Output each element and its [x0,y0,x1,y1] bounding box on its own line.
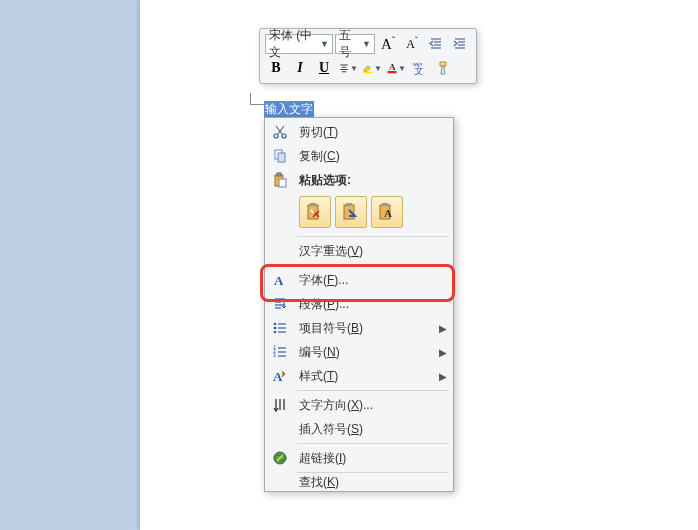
menu-hyperlink-label: 超链接 [299,450,335,467]
menu-text-direction-label: 文字方向 [299,397,347,414]
shrink-font-icon: Aˇ [406,36,417,52]
phonetic-guide-icon: wén文 [412,60,428,76]
font-size-select[interactable]: 五号 ▼ [335,34,375,54]
menu-lookup[interactable]: 查找(K) [267,475,451,489]
menu-font-label: 字体 [299,272,323,289]
bold-icon: B [271,60,280,76]
cut-icon [272,124,288,140]
separator [297,443,449,444]
paragraph-icon [272,296,288,312]
underline-icon: U [319,60,329,76]
context-menu: 剪切(T) 复制(C) 粘贴选项: A 汉字重选(V) A 字体(F)... 段… [264,117,454,492]
separator [297,390,449,391]
paste-merge-button[interactable] [335,196,367,228]
menu-copy[interactable]: 复制(C) [267,144,451,168]
svg-text:A: A [273,369,283,384]
copy-icon [272,148,288,164]
decrease-indent-icon [428,36,444,52]
hyperlink-icon [272,450,288,466]
italic-icon: I [297,60,302,76]
selected-text[interactable]: 输入文字 [264,101,314,117]
menu-paste-options-label: 粘贴选项: [299,172,351,189]
highlight-button[interactable]: ▼ [361,57,383,79]
menu-styles[interactable]: A 样式(T) ▶ [267,364,451,388]
highlight-icon [362,60,374,76]
chevron-down-icon: ▼ [398,64,406,73]
grow-font-icon: Aˆ [381,35,395,53]
phonetic-guide-button[interactable]: wén文 [409,57,431,79]
menu-insert-symbol[interactable]: 插入符号(S) [267,417,451,441]
svg-rect-25 [279,179,286,187]
italic-button[interactable]: I [289,57,311,79]
submenu-arrow-icon: ▶ [435,371,451,382]
bold-button[interactable]: B [265,57,287,79]
svg-point-39 [274,327,277,330]
svg-text:A: A [384,207,392,219]
menu-cut[interactable]: 剪切(T) [267,120,451,144]
font-color-icon: A [386,60,398,76]
separator [297,236,449,237]
chevron-down-icon: ▼ [320,39,329,49]
font-name-value: 宋体 (中文 [269,27,318,61]
svg-rect-29 [346,203,352,206]
styles-icon: A [272,368,288,384]
chevron-down-icon: ▼ [374,64,382,73]
menu-font[interactable]: A 字体(F)... [267,268,451,292]
menu-cut-label: 剪切 [299,124,323,141]
paste-options-row: A [267,192,451,234]
svg-point-40 [274,331,277,334]
paste-text-only-button[interactable]: A [371,196,403,228]
svg-rect-27 [310,203,316,206]
menu-styles-label: 样式 [299,368,323,385]
underline-button[interactable]: U [313,57,335,79]
menu-reconvert[interactable]: 汉字重选(V) [267,239,451,263]
decrease-indent-button[interactable] [425,33,447,55]
menu-insert-symbol-label: 插入符号 [299,421,347,438]
grow-font-button[interactable]: Aˆ [377,33,399,55]
font-color-button[interactable]: A ▼ [385,57,407,79]
menu-bullets[interactable]: 项目符号(B) ▶ [267,316,451,340]
paste-icon [272,172,288,188]
mini-toolbar: 宋体 (中文 ▼ 五号 ▼ Aˆ Aˇ B I U ▼ ▼ [259,28,477,84]
paste-merge-icon [341,202,361,222]
separator [297,265,449,266]
svg-text:文: 文 [414,65,424,76]
align-button[interactable]: ▼ [337,57,359,79]
paste-keep-source-button[interactable] [299,196,331,228]
font-dialog-icon: A [272,272,288,288]
paste-keep-source-icon [305,202,325,222]
increase-indent-button[interactable] [449,33,471,55]
svg-text:A: A [389,62,396,72]
svg-text:3: 3 [273,352,276,358]
menu-lookup-label: 查找 [299,475,323,489]
text-direction-icon [272,397,288,413]
paste-text-only-icon: A [377,202,397,222]
menu-text-direction[interactable]: 文字方向(X)... [267,393,451,417]
menu-paragraph[interactable]: 段落(P)... [267,292,451,316]
menu-numbering-label: 编号 [299,344,323,361]
shrink-font-button[interactable]: Aˇ [401,33,423,55]
menu-reconvert-label: 汉字重选 [299,243,347,260]
menu-paste-options: 粘贴选项: [267,168,451,192]
format-painter-button[interactable] [433,57,455,79]
mini-toolbar-row2: B I U ▼ ▼ A ▼ wén文 [265,56,471,80]
align-center-icon [338,60,350,76]
font-size-value: 五号 [339,27,360,61]
submenu-arrow-icon: ▶ [435,323,451,334]
menu-copy-label: 复制 [299,148,323,165]
menu-numbering[interactable]: 123 编号(N) ▶ [267,340,451,364]
svg-rect-22 [278,153,285,162]
menu-paragraph-label: 段落 [299,296,323,313]
menu-bullets-label: 项目符号 [299,320,347,337]
font-name-select[interactable]: 宋体 (中文 ▼ [265,34,333,54]
menu-hyperlink[interactable]: 超链接(I) [267,446,451,470]
svg-rect-14 [388,71,397,73]
submenu-arrow-icon: ▶ [435,347,451,358]
increase-indent-icon [452,36,468,52]
chevron-down-icon: ▼ [362,39,371,49]
format-painter-icon [436,60,452,76]
mini-toolbar-row1: 宋体 (中文 ▼ 五号 ▼ Aˆ Aˇ [265,32,471,56]
separator [297,472,449,473]
chevron-down-icon: ▼ [350,64,358,73]
svg-rect-31 [382,203,388,206]
